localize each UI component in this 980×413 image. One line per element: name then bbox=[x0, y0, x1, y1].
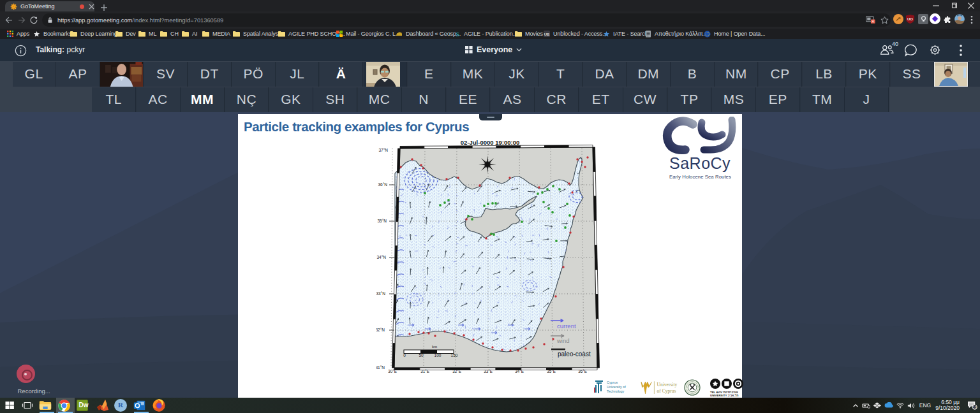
svg-text:30°E: 30°E bbox=[388, 369, 397, 373]
svg-text:SaRoCy: SaRoCy bbox=[669, 154, 731, 172]
svg-text:35°N: 35°N bbox=[377, 219, 387, 223]
svg-text:31°E: 31°E bbox=[420, 369, 429, 373]
svg-text:University of: University of bbox=[607, 385, 626, 389]
svg-text:34°N: 34°N bbox=[376, 255, 386, 259]
svg-text:36°N: 36°N bbox=[378, 182, 387, 187]
svg-text:Early Holocene Sea Routes: Early Holocene Sea Routes bbox=[669, 174, 731, 180]
svg-text:33°N: 33°N bbox=[376, 291, 385, 296]
svg-text:35°E: 35°E bbox=[547, 369, 556, 373]
svg-text:0: 0 bbox=[403, 353, 406, 358]
svg-text:10: 10 bbox=[973, 405, 977, 409]
svg-text:36°E: 36°E bbox=[578, 369, 587, 373]
svg-text:University: University bbox=[657, 382, 678, 388]
svg-text:UB: UB bbox=[544, 33, 550, 36]
svg-text:31°N: 31°N bbox=[376, 365, 385, 370]
svg-text:wind: wind bbox=[556, 337, 570, 344]
svg-text:paleo-coast: paleo-coast bbox=[558, 351, 591, 358]
svg-text:current: current bbox=[557, 322, 576, 330]
svg-text:UO: UO bbox=[907, 17, 913, 21]
svg-text:Technology: Technology bbox=[607, 389, 625, 393]
svg-text:150: 150 bbox=[451, 353, 458, 358]
svg-text:37°N: 37°N bbox=[378, 148, 388, 152]
svg-text:S: S bbox=[456, 31, 459, 38]
svg-text:UNIVERSITY תל-אביב: UNIVERSITY תל-אביב bbox=[710, 394, 738, 397]
svg-text:of Cyprus: of Cyprus bbox=[657, 388, 676, 394]
svg-text:34°E: 34°E bbox=[515, 369, 524, 373]
svg-text:100: 100 bbox=[434, 353, 442, 358]
svg-text:32°E: 32°E bbox=[452, 369, 461, 373]
svg-text:km: km bbox=[432, 344, 437, 349]
svg-text:TEL AVIV אוניברסיטת: TEL AVIV אוניברסיטת bbox=[710, 391, 738, 394]
svg-text:Cyprus: Cyprus bbox=[607, 380, 618, 384]
svg-text:33°E: 33°E bbox=[484, 369, 493, 373]
svg-text:32°N: 32°N bbox=[376, 328, 385, 332]
svg-text:50: 50 bbox=[419, 353, 424, 358]
